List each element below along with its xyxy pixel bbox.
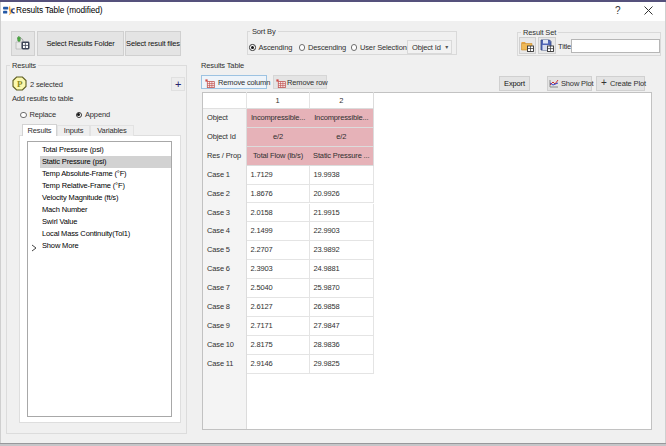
svg-text:P: P bbox=[16, 78, 22, 88]
